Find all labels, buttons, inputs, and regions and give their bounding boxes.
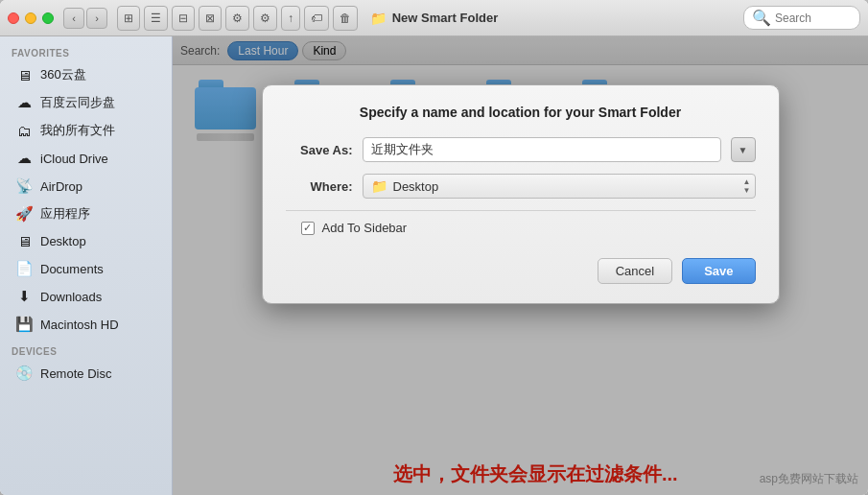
sidebar: Favorites 🖥 360云盘 ☁ 百度云同步盘 🗂 我的所有文件 ☁ iC… bbox=[0, 36, 173, 495]
sidebar-item-baidu[interactable]: ☁ 百度云同步盘 bbox=[4, 89, 168, 116]
sidebar-item-label: Macintosh HD bbox=[40, 318, 119, 332]
sidebar-item-label: Downloads bbox=[40, 290, 102, 304]
back-button[interactable]: ‹ bbox=[63, 8, 84, 29]
save-as-dropdown-button[interactable]: ▼ bbox=[731, 137, 756, 162]
view-icon-grid[interactable]: ⊞ bbox=[117, 6, 140, 31]
window-title: 📁 New Smart Folder bbox=[370, 11, 499, 26]
sidebar-item-label: 应用程序 bbox=[40, 205, 90, 223]
share-icon[interactable]: ↑ bbox=[281, 6, 300, 31]
finder-window: ‹ › ⊞ ☰ ⊟ ⊠ ⚙ ⚙ ↑ 🏷 🗑 🔍 📁 New Smart Fold… bbox=[0, 0, 868, 495]
dialog-title: Specify a name and location for your Sma… bbox=[286, 105, 756, 120]
desktop-icon: 🖥 bbox=[15, 233, 33, 249]
dialog-overlay: Specify a name and location for your Sma… bbox=[173, 36, 868, 495]
where-stepper[interactable]: ▲ ▼ bbox=[743, 178, 751, 195]
sidebar-favorites-header: Favorites bbox=[0, 40, 172, 60]
airdrop-icon: 📡 bbox=[15, 177, 33, 195]
action-icon[interactable]: ⚙ bbox=[253, 6, 277, 31]
macintosh-icon: 💾 bbox=[15, 316, 33, 333]
sidebar-item-yun365[interactable]: 🖥 360云盘 bbox=[4, 61, 168, 88]
main-content: Favorites 🖥 360云盘 ☁ 百度云同步盘 🗂 我的所有文件 ☁ iC… bbox=[0, 36, 868, 495]
sidebar-item-label: iCloud Drive bbox=[40, 152, 108, 166]
nav-buttons: ‹ › bbox=[63, 8, 107, 29]
where-label: Where: bbox=[286, 179, 353, 194]
sidebar-item-label: Desktop bbox=[40, 234, 86, 248]
save-button[interactable]: Save bbox=[682, 258, 755, 284]
sidebar-item-desktop[interactable]: 🖥 Desktop bbox=[4, 228, 168, 254]
where-dropdown[interactable]: 📁 Desktop ▲ ▼ bbox=[363, 174, 756, 199]
downloads-icon: ⬇ bbox=[15, 288, 33, 305]
sidebar-item-macintosh[interactable]: 💾 Macintosh HD bbox=[4, 311, 168, 338]
sidebar-item-label: 我的所有文件 bbox=[40, 122, 115, 139]
where-value: Desktop bbox=[393, 179, 439, 194]
maximize-button[interactable] bbox=[42, 12, 54, 24]
sidebar-item-label: Remote Disc bbox=[40, 366, 111, 381]
checkbox-row: ✓ Add To Sidebar bbox=[286, 210, 756, 245]
sidebar-item-icloud[interactable]: ☁ iCloud Drive bbox=[4, 145, 168, 172]
sidebar-item-allfiles[interactable]: 🗂 我的所有文件 bbox=[4, 117, 168, 144]
dialog-buttons: Cancel Save bbox=[286, 258, 756, 284]
save-as-row: Save As: ▼ bbox=[286, 137, 756, 162]
close-button[interactable] bbox=[8, 12, 19, 24]
sidebar-item-documents[interactable]: 📄 Documents bbox=[4, 255, 168, 282]
sidebar-item-label: 360云盘 bbox=[40, 66, 86, 83]
view-icon-list[interactable]: ☰ bbox=[144, 6, 168, 31]
where-folder-icon: 📁 bbox=[371, 178, 387, 194]
file-browser: Search: Last Hour Kind bbox=[173, 36, 868, 495]
icloud-icon: ☁ bbox=[15, 150, 33, 167]
traffic-lights bbox=[8, 12, 54, 24]
where-down-icon: ▼ bbox=[743, 187, 751, 195]
save-as-input[interactable] bbox=[363, 137, 721, 162]
view-icon-arrange[interactable]: ⚙ bbox=[225, 6, 249, 31]
sidebar-item-downloads[interactable]: ⬇ Downloads bbox=[4, 283, 168, 310]
minimize-button[interactable] bbox=[25, 12, 36, 24]
documents-icon: 📄 bbox=[15, 260, 33, 277]
sidebar-item-airdrop[interactable]: 📡 AirDrop bbox=[4, 173, 168, 200]
sidebar-item-label: Documents bbox=[40, 262, 104, 276]
yun365-icon: 🖥 bbox=[15, 67, 33, 83]
view-icon-columns[interactable]: ⊟ bbox=[172, 6, 195, 31]
save-dialog: Specify a name and location for your Sma… bbox=[262, 84, 780, 304]
tag-icon[interactable]: 🏷 bbox=[304, 6, 329, 31]
search-icon: 🔍 bbox=[752, 9, 771, 27]
title-folder-icon: 📁 bbox=[370, 11, 387, 26]
apps-icon: 🚀 bbox=[15, 205, 33, 223]
sidebar-item-apps[interactable]: 🚀 应用程序 bbox=[4, 200, 168, 227]
title-bar: ‹ › ⊞ ☰ ⊟ ⊠ ⚙ ⚙ ↑ 🏷 🗑 🔍 📁 New Smart Fold… bbox=[0, 0, 868, 36]
search-input[interactable] bbox=[775, 12, 852, 25]
sidebar-item-label: AirDrop bbox=[40, 179, 82, 194]
allfiles-icon: 🗂 bbox=[15, 123, 33, 139]
add-to-sidebar-checkbox[interactable]: ✓ bbox=[301, 222, 315, 235]
title-text: New Smart Folder bbox=[392, 11, 499, 25]
checkbox-label: Add To Sidebar bbox=[322, 221, 408, 235]
where-up-icon: ▲ bbox=[743, 178, 751, 186]
baidu-icon: ☁ bbox=[15, 94, 33, 111]
cancel-button[interactable]: Cancel bbox=[598, 258, 672, 284]
sidebar-item-remote[interactable]: 💿 Remote Disc bbox=[4, 360, 168, 387]
search-box[interactable]: 🔍 bbox=[743, 6, 860, 30]
forward-button[interactable]: › bbox=[86, 8, 107, 29]
delete-icon[interactable]: 🗑 bbox=[333, 6, 358, 31]
sidebar-devices-header: Devices bbox=[0, 339, 172, 359]
view-icon-coverflow[interactable]: ⊠ bbox=[199, 6, 222, 31]
where-row: Where: 📁 Desktop ▲ ▼ bbox=[286, 174, 756, 199]
sidebar-item-label: 百度云同步盘 bbox=[40, 94, 115, 111]
remote-icon: 💿 bbox=[15, 365, 33, 382]
save-as-label: Save As: bbox=[286, 143, 353, 157]
